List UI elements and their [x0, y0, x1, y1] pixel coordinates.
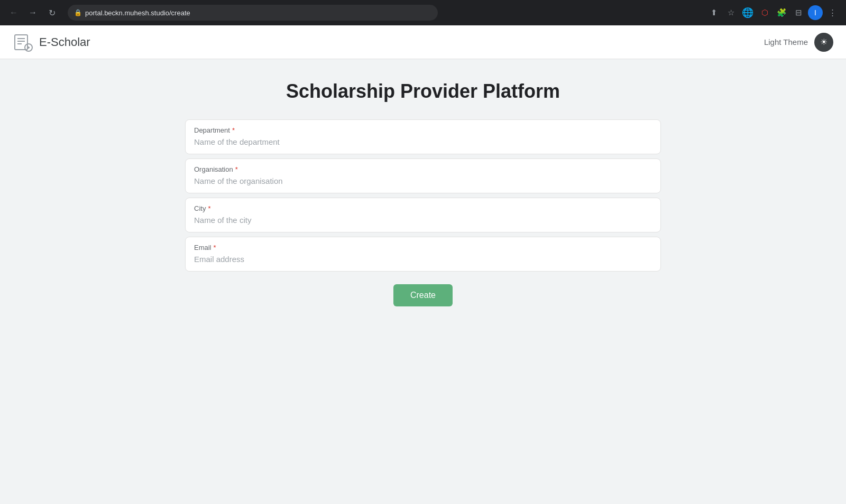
logo-text: E-Scholar [39, 35, 90, 49]
split-view-button[interactable]: ⊟ [791, 5, 806, 20]
department-required: * [232, 126, 235, 134]
city-label: City * [194, 204, 652, 212]
city-input[interactable] [194, 214, 652, 226]
browser-actions: ⬆ ☆ 🌐 ⬡ 🧩 ⊟ I ⋮ [706, 5, 840, 20]
city-field: City * [185, 198, 661, 232]
reload-button[interactable]: ↻ [44, 5, 59, 20]
browser-chrome: ← → ↻ 🔒 portal.beckn.muhesh.studio/creat… [0, 0, 846, 25]
svg-rect-0 [15, 35, 27, 50]
logo-container: E-Scholar [13, 32, 90, 53]
email-input[interactable] [194, 254, 652, 265]
organisation-label: Organisation * [194, 165, 652, 173]
city-required: * [208, 204, 210, 212]
email-label: Email * [194, 244, 652, 251]
escholar-logo-icon [13, 32, 34, 53]
lock-icon: 🔒 [74, 9, 82, 16]
theme-toggle-button[interactable]: ☀ [814, 33, 833, 52]
form-container: Department * Organisation * City * Email [185, 119, 661, 306]
back-button[interactable]: ← [6, 5, 21, 20]
extension-icon-1[interactable]: 🌐 [740, 5, 755, 20]
organisation-input[interactable] [194, 175, 652, 186]
email-field: Email * [185, 237, 661, 272]
header-right: Light Theme ☀ [764, 33, 833, 52]
email-required: * [214, 244, 216, 251]
forward-button[interactable]: → [25, 5, 40, 20]
theme-label: Light Theme [764, 38, 808, 46]
theme-icon: ☀ [820, 37, 827, 47]
create-button[interactable]: Create [393, 284, 453, 306]
profile-avatar[interactable]: I [808, 5, 823, 20]
extensions-button[interactable]: 🧩 [774, 5, 789, 20]
address-bar[interactable]: 🔒 portal.beckn.muhesh.studio/create [68, 5, 438, 21]
organisation-field: Organisation * [185, 158, 661, 193]
department-input[interactable] [194, 136, 652, 147]
page-title: Scholarship Provider Platform [286, 80, 560, 102]
url-text: portal.beckn.muhesh.studio/create [85, 9, 190, 17]
more-menu-button[interactable]: ⋮ [825, 5, 840, 20]
share-button[interactable]: ⬆ [706, 5, 721, 20]
department-field: Department * [185, 119, 661, 154]
main-content: Scholarship Provider Platform Department… [0, 59, 846, 328]
department-label: Department * [194, 126, 652, 134]
app-header: E-Scholar Light Theme ☀ [0, 25, 846, 59]
extension-icon-2[interactable]: ⬡ [757, 5, 772, 20]
organisation-required: * [235, 165, 238, 173]
bookmark-button[interactable]: ☆ [723, 5, 738, 20]
